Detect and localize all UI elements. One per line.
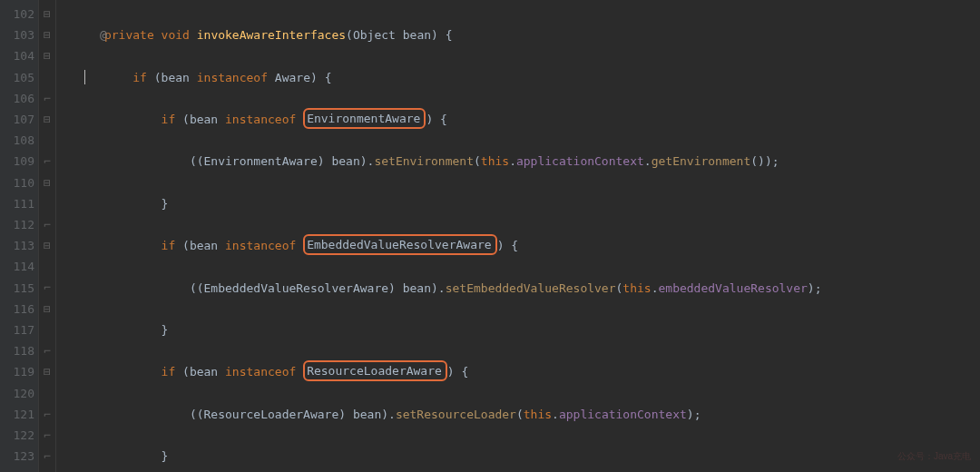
- keyword-instanceof: instanceof: [225, 113, 296, 126]
- call-get-environment: getEnvironment: [652, 154, 751, 168]
- fold-toggle-icon[interactable]: ⊟: [39, 25, 55, 45]
- var-bean: bean: [162, 71, 190, 84]
- var-bean: bean: [190, 113, 218, 126]
- code-line[interactable]: }: [62, 320, 980, 340]
- fold-end-icon[interactable]: ⌐: [39, 277, 55, 298]
- line-number[interactable]: 104: [5, 45, 34, 66]
- line-number[interactable]: 117: [5, 320, 34, 340]
- code-editor: 102 103 104 105 106 107 108 109 110 111 …: [0, 0, 980, 472]
- code-area[interactable]: @ private void invokeAwareInterfaces(Obj…: [56, 0, 980, 472]
- type-embedded-value-resolver-aware: EmbeddedValueResolverAware: [307, 238, 492, 251]
- fold-end-icon[interactable]: ⌐: [39, 446, 55, 467]
- fold-end-icon[interactable]: ⌐: [39, 214, 55, 235]
- code-line[interactable]: if (bean instanceof Aware) {: [62, 67, 980, 88]
- fold-end-icon[interactable]: ⌐: [39, 404, 55, 425]
- fold-line-icon: [39, 193, 55, 214]
- var-bean: bean: [353, 408, 381, 421]
- param-name: bean: [403, 28, 431, 42]
- keyword-void: void: [162, 28, 190, 42]
- code-line[interactable]: if (bean instanceof EmbeddedValueResolve…: [62, 235, 980, 256]
- line-number[interactable]: 105: [5, 67, 34, 88]
- fold-toggle-icon[interactable]: ⊟: [39, 4, 55, 25]
- keyword-if: if: [162, 365, 176, 379]
- param-type: Object: [353, 28, 396, 42]
- fold-end-icon[interactable]: ⌐: [39, 425, 55, 446]
- line-number[interactable]: 119: [5, 361, 34, 382]
- line-number[interactable]: 115: [5, 278, 34, 299]
- line-number[interactable]: 111: [5, 193, 34, 214]
- override-annotation-icon[interactable]: @: [100, 25, 107, 45]
- line-number[interactable]: 123: [5, 446, 34, 467]
- keyword-private: private: [104, 28, 154, 42]
- code-line[interactable]: @ private void invokeAwareInterfaces(Obj…: [62, 25, 980, 45]
- line-number[interactable]: 106: [5, 88, 34, 109]
- var-bean: bean: [331, 154, 359, 168]
- fold-line-icon: [39, 67, 55, 88]
- fold-toggle-icon[interactable]: ⊟: [39, 172, 55, 193]
- caret-icon: [84, 70, 85, 84]
- code-line[interactable]: ((EmbeddedValueResolverAware) bean).setE…: [62, 278, 980, 299]
- line-number[interactable]: 122: [5, 425, 34, 446]
- code-line[interactable]: ((EnvironmentAware) bean).setEnvironment…: [62, 151, 980, 172]
- line-number[interactable]: 113: [5, 235, 34, 256]
- fold-toggle-icon[interactable]: ⊟: [39, 299, 55, 320]
- line-number[interactable]: 109: [5, 151, 34, 172]
- code-line[interactable]: ((ResourceLoaderAware) bean).setResource…: [62, 404, 980, 425]
- fold-end-icon[interactable]: ⌐: [39, 151, 55, 172]
- fold-toggle-icon[interactable]: ⊟: [39, 235, 55, 256]
- line-number[interactable]: 103: [5, 25, 34, 45]
- fold-line-icon: [39, 320, 55, 340]
- code-line[interactable]: if (bean instanceof EnvironmentAware) {: [62, 109, 980, 130]
- highlight-box: EnvironmentAware: [303, 108, 426, 129]
- keyword-instanceof: instanceof: [197, 71, 268, 84]
- fold-end-icon[interactable]: ⌐: [39, 88, 55, 109]
- field-embedded-value-resolver: embeddedValueResolver: [658, 281, 807, 295]
- var-bean: bean: [403, 281, 431, 295]
- code-line[interactable]: }: [62, 446, 980, 467]
- type-environment-aware: EnvironmentAware: [204, 154, 318, 168]
- line-number[interactable]: 108: [5, 130, 34, 151]
- field-application-context: applicationContext: [516, 154, 644, 168]
- var-bean: bean: [190, 239, 218, 252]
- code-line[interactable]: }: [62, 193, 980, 214]
- line-number[interactable]: 116: [5, 299, 34, 320]
- type-resource-loader-aware: ResourceLoaderAware: [307, 364, 442, 378]
- line-number[interactable]: 114: [5, 256, 34, 277]
- line-number[interactable]: 107: [5, 109, 34, 130]
- code-line[interactable]: if (bean instanceof ResourceLoaderAware)…: [62, 361, 980, 382]
- watermark-label: 公众号：Java充电: [897, 446, 971, 467]
- call-set-environment: setEnvironment: [374, 154, 474, 168]
- fold-line-icon: [39, 130, 55, 151]
- fold-toggle-icon[interactable]: ⊟: [39, 361, 55, 382]
- keyword-instanceof: instanceof: [225, 365, 296, 379]
- call-set-embedded-value-resolver: setEmbeddedValueResolver: [446, 281, 616, 295]
- type-aware: Aware: [275, 71, 310, 84]
- line-number[interactable]: 110: [5, 172, 34, 193]
- fold-line-icon: [39, 382, 55, 403]
- keyword-instanceof: instanceof: [225, 239, 296, 252]
- fold-gutter[interactable]: ⊟ ⊟ ⊟ ⌐ ⊟ ⌐ ⊟ ⌐ ⊟ ⌐ ⊟ ⌐ ⊟ ⌐ ⌐ ⌐: [39, 0, 56, 472]
- keyword-this: this: [622, 281, 651, 295]
- keyword-this: this: [524, 408, 552, 421]
- line-number[interactable]: 112: [5, 214, 34, 235]
- fold-line-icon: [39, 256, 55, 277]
- var-bean: bean: [190, 365, 218, 379]
- type-environment-aware: EnvironmentAware: [307, 112, 420, 125]
- keyword-if: if: [162, 113, 176, 126]
- highlight-box: ResourceLoaderAware: [303, 360, 447, 381]
- type-embedded-value-resolver-aware: EmbeddedValueResolverAware: [204, 281, 389, 295]
- fold-toggle-icon[interactable]: ⊟: [39, 45, 55, 66]
- line-number[interactable]: 102: [5, 4, 34, 25]
- line-number[interactable]: 118: [5, 340, 34, 361]
- line-number[interactable]: 121: [5, 404, 34, 425]
- keyword-if: if: [162, 239, 176, 252]
- method-name: invokeAwareInterfaces: [197, 28, 346, 42]
- keyword-if: if: [132, 71, 147, 84]
- fold-toggle-icon[interactable]: ⊟: [39, 109, 55, 130]
- field-application-context: applicationContext: [559, 408, 687, 421]
- keyword-this: this: [481, 154, 509, 168]
- line-number-gutter[interactable]: 102 103 104 105 106 107 108 109 110 111 …: [0, 0, 39, 472]
- line-number[interactable]: 120: [5, 383, 34, 404]
- highlight-box: EmbeddedValueResolverAware: [303, 234, 497, 255]
- fold-end-icon[interactable]: ⌐: [39, 340, 55, 361]
